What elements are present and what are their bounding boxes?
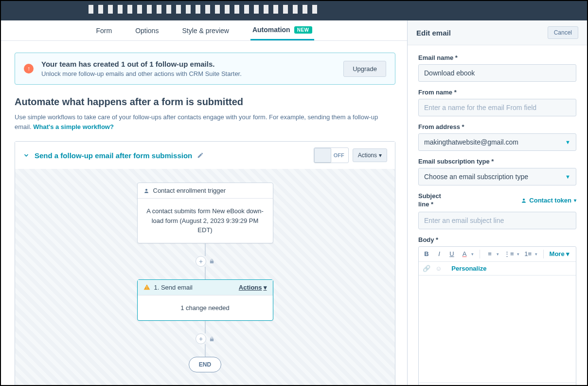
dark-editor-row: Turn on dark editor [419, 383, 576, 385]
panel-body: Email name * From name * From address * … [408, 45, 587, 385]
lock-icon [209, 336, 214, 342]
add-step-row-2: + [196, 333, 214, 344]
email-name-input[interactable] [418, 64, 576, 82]
workflow-title-wrap[interactable]: Send a follow-up email after form submis… [23, 151, 308, 160]
end-node: END [189, 357, 221, 372]
panel-header: Edit email Cancel [408, 20, 587, 45]
upgrade-button[interactable]: Upgrade [343, 61, 386, 77]
workflow-title: Send a follow-up email after form submis… [35, 151, 192, 160]
subject-line-input[interactable] [418, 212, 576, 229]
separator [543, 250, 544, 258]
card-actions-dropdown[interactable]: Actions ▾ [239, 284, 267, 291]
workflow-panel: Send a follow-up email after form submis… [15, 141, 395, 385]
new-badge: NEW [294, 26, 312, 34]
lock-icon [209, 258, 214, 264]
add-step-button[interactable]: + [196, 256, 206, 267]
send-email-card-title: 1. Send email [154, 284, 193, 291]
tab-row: Form Options Style & preview Automation … [1, 20, 407, 41]
simple-workflow-link[interactable]: What's a simple workflow? [33, 123, 114, 130]
tab-automation[interactable]: Automation NEW [250, 20, 314, 40]
caret-down-icon: ▾ [574, 198, 576, 203]
from-address-value: makingthatwebsite@gmail.com [424, 138, 518, 146]
tab-style-preview[interactable]: Style & preview [180, 20, 231, 40]
workflow-actions-dropdown[interactable]: Actions ▾ [353, 148, 387, 162]
page-title: Automate what happens after a form is su… [15, 96, 395, 108]
svg-point-1 [523, 199, 525, 201]
card-actions-label: Actions [239, 284, 262, 291]
left-content: Form Options Style & preview Automation … [1, 20, 407, 385]
send-email-card[interactable]: 1. Send email Actions ▾ 1 change needed [137, 279, 273, 321]
warning-icon [143, 284, 150, 291]
editor-toolbar-row2: 🔗 ☺ Personalize [419, 262, 576, 276]
editor-textarea[interactable] [419, 276, 576, 383]
caret-down-icon: ▼ [565, 174, 570, 180]
tab-form[interactable]: Form [94, 20, 114, 40]
connector-line [205, 243, 206, 256]
app-header [1, 1, 587, 20]
subscription-type-label: Email subscription type * [418, 158, 576, 165]
cancel-button[interactable]: Cancel [548, 26, 578, 39]
panel-title: Edit email [416, 29, 548, 37]
personalize-button[interactable]: Personalize [451, 265, 486, 272]
upgrade-alert: ↑ Your team has created 1 out of 1 follo… [15, 53, 395, 85]
from-address-label: From address * [418, 123, 576, 130]
more-button[interactable]: More ▾ [550, 250, 570, 257]
caret-down-icon: ▾ [264, 284, 267, 291]
contact-token-button[interactable]: Contact token ▾ [521, 197, 576, 204]
align-button[interactable]: ≡ [486, 250, 494, 257]
from-name-input[interactable] [418, 99, 576, 116]
subject-row: Subject line * Contact token ▾ [418, 192, 576, 209]
workflow-toggle[interactable]: OFF [314, 147, 349, 163]
bullet-list-button[interactable]: ⋮≡ [504, 250, 514, 257]
caret-down-icon: ▾ [535, 252, 537, 257]
workflow-canvas: Contact enrollment trigger A contact sub… [15, 169, 395, 385]
from-name-label: From name * [418, 89, 576, 96]
caret-down-icon: ▾ [379, 152, 382, 159]
contact-token-label: Contact token [529, 197, 571, 204]
send-email-card-body: 1 change needed [138, 295, 273, 321]
link-button[interactable]: 🔗 [423, 265, 430, 272]
rich-text-editor: B I U A▾ ≡▾ ⋮≡▾ 1≡▾ More ▾ 🔗 ☺ Personali… [418, 246, 576, 385]
trigger-card-head: Contact enrollment trigger [138, 183, 273, 199]
toggle-off-label: OFF [334, 152, 344, 158]
subscription-type-select[interactable]: Choose an email subscription type ▼ [418, 168, 576, 185]
more-label: More [550, 250, 565, 257]
actions-label: Actions [358, 152, 377, 159]
tab-automation-label: Automation [252, 26, 290, 34]
tab-options[interactable]: Options [133, 20, 160, 40]
alert-subtitle: Unlock more follow-up emails and other a… [41, 70, 336, 77]
alert-title: Your team has created 1 out of 1 follow-… [41, 60, 336, 68]
caret-down-icon: ▾ [517, 252, 519, 257]
body-label: Body * [418, 236, 576, 243]
caret-down-icon: ▾ [471, 252, 474, 257]
trigger-card-title: Contact enrollment trigger [153, 187, 226, 194]
connector-line [205, 321, 206, 333]
pencil-icon[interactable] [197, 152, 204, 159]
alert-icon: ↑ [24, 64, 34, 74]
bold-button[interactable]: B [423, 250, 430, 257]
numbered-list-button[interactable]: 1≡ [524, 250, 532, 257]
edit-email-panel: Edit email Cancel Email name * From name… [407, 20, 587, 385]
add-step-button[interactable]: + [196, 333, 206, 344]
toggle-wrap: OFF Actions ▾ [314, 147, 387, 163]
header-redacted [89, 5, 320, 14]
from-address-select[interactable]: makingthatwebsite@gmail.com ▼ [418, 133, 576, 151]
separator [480, 250, 480, 258]
toggle-knob [314, 148, 331, 163]
caret-down-icon: ▼ [565, 139, 570, 145]
trigger-card[interactable]: Contact enrollment trigger A contact sub… [137, 183, 273, 243]
workflow-header: Send a follow-up email after form submis… [15, 142, 395, 169]
subscription-type-value: Choose an email subscription type [424, 173, 528, 181]
text-color-button[interactable]: A [461, 250, 468, 257]
add-step-row-1: + [196, 256, 214, 267]
user-icon [143, 188, 149, 194]
editor-toolbar-row1: B I U A▾ ≡▾ ⋮≡▾ 1≡▾ More ▾ [419, 247, 576, 262]
emoji-button[interactable]: ☺ [435, 265, 442, 272]
connector-line [205, 267, 206, 279]
caret-down-icon: ▾ [497, 252, 499, 257]
italic-button[interactable]: I [435, 250, 443, 257]
alert-text: Your team has created 1 out of 1 follow-… [41, 60, 336, 77]
email-name-label: Email name * [418, 54, 576, 61]
underline-button[interactable]: U [448, 250, 456, 257]
send-email-card-head: 1. Send email Actions ▾ [138, 280, 273, 295]
